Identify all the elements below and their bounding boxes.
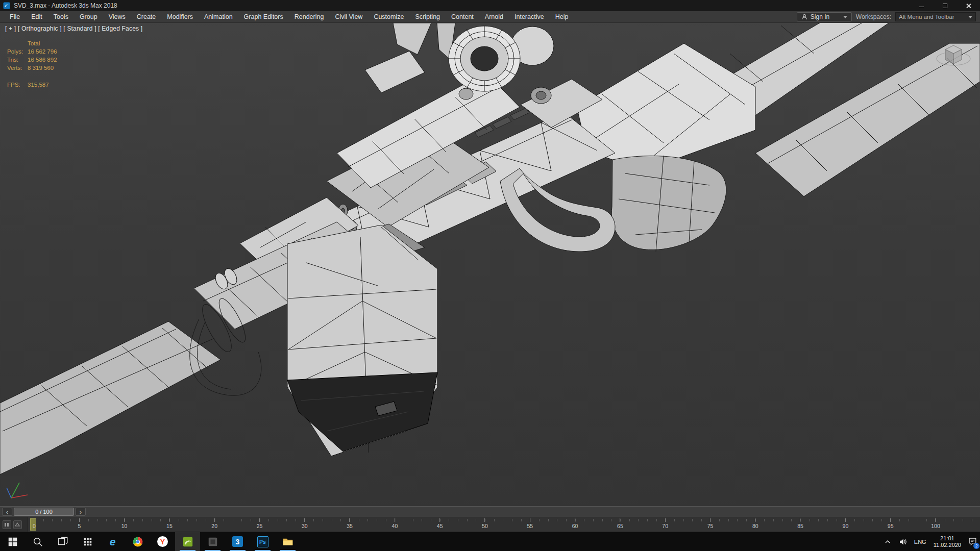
viewcube[interactable] (934, 37, 973, 76)
taskbar-start-icon[interactable] (0, 532, 25, 551)
taskbar-explorer-icon[interactable] (275, 532, 300, 551)
language-indicator[interactable]: ENG (911, 539, 930, 545)
taskbar-edge-icon[interactable]: e (100, 532, 125, 551)
ruler-tick-90: 90 (843, 518, 849, 529)
caret-down-icon (968, 16, 972, 18)
taskbar-app-grid-icon[interactable] (75, 532, 100, 551)
menu-tools[interactable]: Tools (48, 11, 74, 22)
trackbar-filter-button[interactable] (3, 520, 11, 529)
menu-edit[interactable]: Edit (26, 11, 48, 22)
user-icon (801, 14, 807, 20)
menu-help[interactable]: Help (550, 11, 574, 22)
taskbar-chrome-icon[interactable] (125, 532, 150, 551)
menu-scripting[interactable]: Scripting (409, 11, 446, 22)
window-title: SVD_3.max - Autodesk 3ds Max 2018 (14, 2, 117, 9)
tray-chevron-icon[interactable] (880, 532, 895, 551)
stats-tris-label: Tris: (7, 56, 28, 64)
time-slider-handle[interactable]: 0 / 100 (14, 508, 74, 516)
3dsmax-window: SVD_3.max - Autodesk 3ds Max 2018 FileEd… (0, 0, 980, 551)
ruler-tick-15: 15 (166, 518, 173, 529)
next-frame-button[interactable]: › (76, 508, 86, 516)
photoshop-logo: Ps (257, 536, 268, 547)
taskbar-apps: eY3Ps (0, 532, 300, 551)
minimize-icon (919, 7, 924, 7)
stats-total-header: Total (28, 39, 57, 47)
taskbar-photoshop-icon[interactable]: Ps (250, 532, 275, 551)
menu-content[interactable]: Content (446, 11, 479, 22)
trackbar-mode-button[interactable] (13, 520, 22, 529)
taskbar-yandex-icon[interactable]: Y (150, 532, 175, 551)
menu-file[interactable]: File (4, 11, 26, 22)
ruler-tick-50: 50 (482, 518, 488, 529)
rifle-wireframe-model (0, 23, 980, 474)
stats-verts-value: 8 319 560 (28, 64, 57, 72)
ruler-tick-85: 85 (797, 518, 803, 529)
taskbar-3dsmax-blue-icon[interactable]: 3 (225, 532, 250, 551)
ruler-tick-75: 75 (707, 518, 714, 529)
stats-polys-label: Polys: (7, 47, 28, 56)
menu-create[interactable]: Create (131, 11, 162, 22)
ruler-tick-45: 45 (437, 518, 443, 529)
track-bar[interactable]: 0510152025303540455055606570758085909510… (0, 517, 980, 532)
time-slider-track[interactable] (87, 507, 980, 517)
workspaces-value: Alt Menu and Toolbar (899, 14, 954, 20)
ruler-tick-55: 55 (527, 518, 533, 529)
menu-graph-editors[interactable]: Graph Editors (238, 11, 289, 22)
stats-verts-label: Verts: (7, 64, 28, 72)
ruler-tick-60: 60 (572, 518, 578, 529)
prev-frame-button[interactable]: ‹ (2, 508, 12, 516)
minimize-button[interactable] (910, 0, 933, 11)
workspaces-label: Workspaces: (856, 13, 891, 20)
taskbar-app-dark-icon[interactable] (200, 532, 225, 551)
menu-group[interactable]: Group (74, 11, 103, 22)
time-slider-bar[interactable]: ‹ 0 / 100 › (0, 506, 980, 517)
menu-rendering[interactable]: Rendering (289, 11, 330, 22)
viewport-scene[interactable] (0, 23, 980, 506)
taskbar-3dsmax-green-icon[interactable] (175, 532, 200, 551)
close-icon (966, 3, 971, 9)
stats-fps-label: FPS: (7, 81, 28, 89)
menubar: FileEditToolsGroupViewsCreateModifiersAn… (0, 11, 980, 23)
menu-arnold[interactable]: Arnold (479, 11, 509, 22)
ruler-tick-20: 20 (211, 518, 217, 529)
close-button[interactable] (957, 0, 980, 11)
ruler-tick-95: 95 (888, 518, 894, 529)
titlebar: SVD_3.max - Autodesk 3ds Max 2018 (0, 0, 980, 11)
system-tray: ENG 21:01 11.02.2020 2 (880, 532, 980, 551)
maximize-icon (943, 4, 947, 8)
stats-fps-value: 315,587 (28, 81, 57, 89)
menu-customize[interactable]: Customize (368, 11, 409, 22)
caret-down-icon (843, 16, 847, 18)
ruler-tick-80: 80 (752, 518, 758, 529)
sign-in-label: Sign In (811, 13, 829, 20)
menu-interactive[interactable]: Interactive (509, 11, 550, 22)
menu-items: FileEditToolsGroupViewsCreateModifiersAn… (4, 11, 574, 22)
ruler-tick-35: 35 (347, 518, 353, 529)
menu-civil-view[interactable]: Civil View (329, 11, 368, 22)
stats-polys-value: 16 562 796 (28, 47, 57, 56)
key-filter-icon (4, 522, 10, 528)
3dsmax-app-icon (3, 2, 10, 9)
ruler-tick-0: 0 (33, 518, 36, 529)
trackbar-tools (0, 517, 28, 532)
action-center-icon[interactable]: 2 (965, 532, 980, 551)
maximize-button[interactable] (933, 0, 957, 11)
sign-in-button[interactable]: Sign In (797, 12, 852, 21)
ruler-tick-10: 10 (121, 518, 128, 529)
ruler-tick-30: 30 (302, 518, 308, 529)
workspaces-dropdown[interactable]: Alt Menu and Toolbar (895, 12, 976, 21)
viewport-statistics: Total Polys:16 562 796 Tris:16 586 892 V… (7, 39, 57, 89)
taskbar-task-view-icon[interactable] (50, 532, 75, 551)
ruler-tick-70: 70 (662, 518, 668, 529)
viewport[interactable]: [ + ] [ Orthographic ] [ Standard ] [ Ed… (0, 23, 980, 506)
menu-modifiers[interactable]: Modifiers (161, 11, 199, 22)
clock[interactable]: 21:01 11.02.2020 (930, 535, 965, 548)
taskbar-search-icon[interactable] (25, 532, 50, 551)
viewport-label[interactable]: [ + ] [ Orthographic ] [ Standard ] [ Ed… (5, 25, 142, 32)
menu-animation[interactable]: Animation (199, 11, 238, 22)
ruler-tick-100: 100 (931, 518, 940, 529)
volume-icon[interactable] (895, 532, 911, 551)
menu-views[interactable]: Views (103, 11, 131, 22)
windows-taskbar: eY3Ps ENG 21:01 11.02.2020 2 (0, 532, 980, 551)
menubar-right: Sign In Workspaces: Alt Menu and Toolbar (797, 12, 980, 21)
